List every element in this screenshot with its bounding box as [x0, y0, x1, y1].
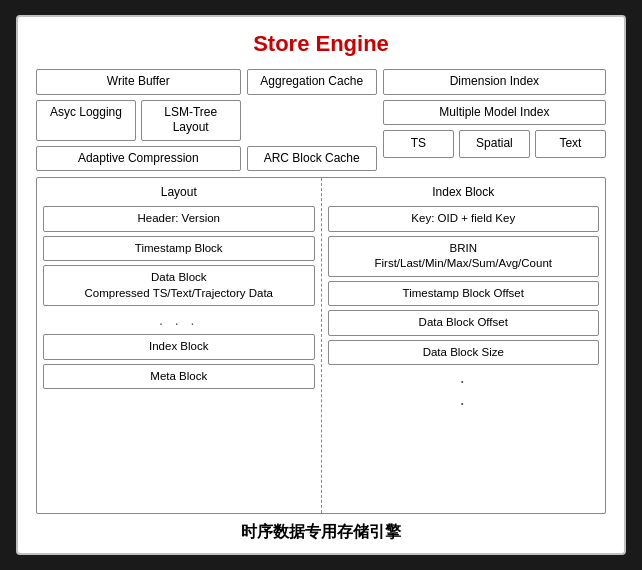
bottom-left-panel: Layout Header: Version Timestamp Block D…: [37, 178, 322, 513]
bottom-section: Layout Header: Version Timestamp Block D…: [36, 177, 606, 514]
top-section: Write Buffer Asyc Logging LSM-Tree Layou…: [36, 69, 606, 171]
top-right-group: Dimension Index Multiple Model Index TS …: [383, 69, 606, 171]
adaptive-compression-box: Adaptive Compression: [36, 146, 241, 172]
dots1: . . .: [43, 310, 315, 330]
key-oid-field-box: Key: OID + field Key: [328, 206, 600, 232]
header-version-box: Header: Version: [43, 206, 315, 232]
index-block-header: Index Block: [328, 182, 600, 202]
top-left-group: Write Buffer Asyc Logging LSM-Tree Layou…: [36, 69, 241, 171]
lsm-tree-layout-box: LSM-Tree Layout: [141, 100, 241, 141]
multiple-model-index-box: Multiple Model Index: [383, 100, 606, 126]
slide-title: Store Engine: [253, 31, 389, 57]
bottom-right-panel: Index Block Key: OID + field Key BRIN Fi…: [322, 178, 606, 513]
aggregation-cache-box: Aggregation Cache: [247, 69, 377, 95]
data-block-sub: Compressed TS/Text/Trajectory Data: [84, 287, 273, 299]
arc-block-cache-box: ARC Block Cache: [247, 146, 377, 172]
brin-box: BRIN First/Last/Min/Max/Sum/Avg/Count: [328, 236, 600, 277]
data-block-box: Data Block Compressed TS/Text/Trajectory…: [43, 265, 315, 306]
ts-spatial-text-row: TS Spatial Text: [383, 130, 606, 158]
dots2: ··: [328, 369, 600, 416]
timestamp-block-box: Timestamp Block: [43, 236, 315, 262]
slide-container: Store Engine Write Buffer Asyc Logging L…: [16, 15, 626, 555]
dimension-index-box: Dimension Index: [383, 69, 606, 95]
spatial-box: Spatial: [459, 130, 530, 158]
meta-block-box: Meta Block: [43, 364, 315, 390]
data-block-offset-box: Data Block Offset: [328, 310, 600, 336]
data-block-label: Data Block: [151, 271, 207, 283]
ts-box: TS: [383, 130, 454, 158]
write-buffer-box: Write Buffer: [36, 69, 241, 95]
layout-header: Layout: [43, 182, 315, 202]
text-box: Text: [535, 130, 606, 158]
asyc-logging-box: Asyc Logging: [36, 100, 136, 141]
timestamp-block-offset-box: Timestamp Block Offset: [328, 281, 600, 307]
top-middle-group: Aggregation Cache ARC Block Cache: [247, 69, 377, 171]
data-block-size-box: Data Block Size: [328, 340, 600, 366]
brin-label: BRIN: [450, 242, 477, 254]
index-block-left-box: Index Block: [43, 334, 315, 360]
brin-sub: First/Last/Min/Max/Sum/Avg/Count: [375, 257, 552, 269]
bottom-caption: 时序数据专用存储引擎: [241, 522, 401, 543]
asyc-lsm-row: Asyc Logging LSM-Tree Layout: [36, 100, 241, 141]
